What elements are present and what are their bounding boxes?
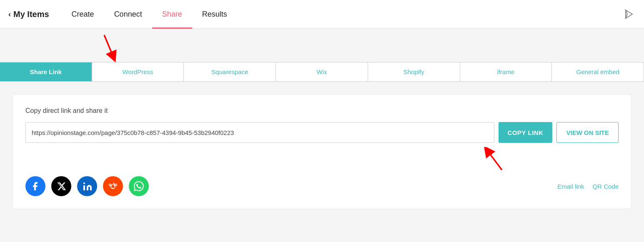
tab-iframe[interactable]: iframe (460, 62, 552, 81)
svg-point-5 (112, 186, 113, 187)
facebook-icon[interactable] (25, 176, 45, 196)
back-button[interactable]: ‹ My Items (8, 10, 49, 19)
share-section: Copy direct link and share it COPY LINK … (13, 94, 631, 209)
copy-link-button[interactable]: COPY LINK (499, 122, 553, 143)
share-link-input[interactable] (25, 122, 494, 143)
top-nav: ‹ My Items Create Connect Share Results (0, 0, 644, 29)
linkedin-icon[interactable] (77, 176, 97, 196)
tab-squarespace[interactable]: Squarespace (184, 62, 276, 81)
nav-items: Create Connect Share Results (62, 0, 622, 29)
link-row: COPY LINK VIEW ON SITE (25, 122, 619, 143)
my-items-label: My Items (13, 10, 49, 19)
nav-right (622, 7, 636, 21)
share-section-label: Copy direct link and share it (25, 107, 619, 115)
tab-wordpress[interactable]: WordPress (92, 62, 184, 81)
svg-line-2 (104, 35, 113, 57)
right-links: Email link QR Code (557, 183, 619, 190)
tab-bar: Share Link WordPress Squarespace Wix Sho… (0, 62, 644, 82)
tab-share-link[interactable]: Share Link (0, 62, 92, 81)
qr-code-link[interactable]: QR Code (592, 183, 619, 190)
tab-wix[interactable]: Wix (276, 62, 368, 81)
social-icons (25, 176, 149, 196)
nav-item-create[interactable]: Create (62, 0, 104, 29)
svg-line-3 (487, 150, 502, 170)
social-row: Email link QR Code (25, 176, 619, 196)
whatsapp-icon[interactable] (129, 176, 149, 196)
back-arrow-icon: ‹ (8, 10, 11, 19)
tab-shopify[interactable]: Shopify (368, 62, 460, 81)
tab-general-embed[interactable]: General embed (552, 62, 644, 81)
svg-marker-0 (626, 10, 632, 18)
nav-action-icon[interactable] (622, 7, 636, 21)
email-link[interactable]: Email link (557, 183, 584, 190)
main-content: Share Link WordPress Squarespace Wix Sho… (0, 29, 644, 242)
svg-point-6 (114, 186, 115, 187)
twitter-x-icon[interactable] (51, 176, 71, 196)
nav-item-share[interactable]: Share (152, 0, 192, 29)
reddit-icon[interactable] (103, 176, 123, 196)
arrow-down-annotation (0, 29, 644, 62)
nav-item-connect[interactable]: Connect (104, 0, 152, 29)
view-on-site-button[interactable]: VIEW ON SITE (556, 122, 619, 143)
arrow-up-annotation (25, 147, 619, 172)
svg-point-9 (113, 183, 115, 184)
nav-item-results[interactable]: Results (192, 0, 237, 29)
